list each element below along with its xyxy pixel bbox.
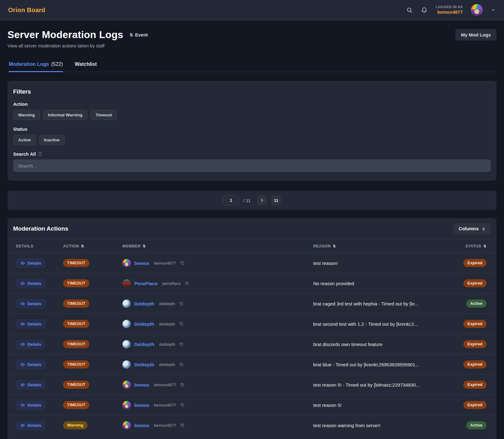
member-name[interactable]: PeneFlaco [134, 281, 158, 286]
action-badge: TIMEOUT [63, 259, 89, 267]
status-badge: Active [466, 300, 487, 308]
copy-icon[interactable] [180, 403, 185, 407]
action-badge: TIMEOUT [63, 300, 89, 308]
reason-text: test reason! [313, 261, 449, 266]
member-avatar [122, 320, 131, 328]
filter-action-timeout[interactable]: Timeout [91, 110, 117, 120]
status-badge: Expired [463, 401, 487, 409]
eye-icon [20, 362, 25, 367]
status-badge: Active [466, 421, 487, 429]
details-button[interactable]: Details [16, 339, 46, 349]
column-header-status[interactable]: STATUS⇅ [465, 244, 487, 248]
member-username: bemox4877 [154, 383, 176, 387]
filter-action-warning[interactable]: Warning [13, 110, 40, 120]
logged-in-as: LOGGED IN AS bemox4877 [436, 5, 463, 15]
search-icon[interactable] [406, 7, 413, 13]
member-username: deldepth [159, 322, 175, 326]
tab-label: Moderation Logs [9, 61, 49, 67]
action-badge: TIMEOUT [63, 381, 89, 389]
filter-action-informal-warning[interactable]: Informal Warning [43, 110, 88, 120]
columns-button[interactable]: Columns [454, 223, 491, 234]
filter-status-inactive[interactable]: Inactive [39, 135, 65, 145]
copy-icon[interactable] [180, 261, 185, 265]
member-name[interactable]: Deldepth [134, 362, 154, 367]
details-button[interactable]: Details [16, 319, 46, 329]
member-username: deldepth [159, 301, 175, 306]
member-name[interactable]: Deldepth [134, 321, 154, 327]
action-filter-label: Action [13, 101, 491, 107]
member-name[interactable]: bemox [134, 423, 149, 428]
member-avatar [122, 421, 131, 430]
table-row: Details TIMEOUT Deldepth deldepth brat c… [7, 293, 497, 314]
filter-status-active[interactable]: Active [13, 135, 36, 145]
page-number-input[interactable] [223, 195, 239, 205]
sort-arrows-icon: ⇅ [130, 32, 133, 37]
details-button[interactable]: Details [16, 258, 46, 268]
copy-icon[interactable] [180, 423, 185, 427]
copy-icon[interactable] [180, 383, 185, 387]
chevron-down-icon[interactable] [491, 7, 496, 12]
column-header-member[interactable]: MEMBER⇅ [122, 244, 313, 248]
copy-icon[interactable] [179, 362, 184, 367]
action-badge: TIMEOUT [63, 360, 89, 368]
user-avatar[interactable] [471, 4, 483, 16]
tab-moderation-logs[interactable]: Moderation Logs (522) [9, 61, 63, 72]
tab-watchlist[interactable]: Watchlist [75, 61, 97, 72]
details-button[interactable]: Details [16, 299, 46, 309]
member-username: deldepth [159, 362, 175, 367]
status-badge: Expired [463, 259, 487, 267]
action-badge: TIMEOUT [63, 279, 89, 287]
next-page-button[interactable] [257, 195, 267, 205]
reason-text: brat discords own timeout feature [313, 342, 449, 347]
table-header-row: DETAILS ACTION⇅ MEMBER⇅ REASON⇅ STATUS⇅ [7, 239, 497, 253]
column-header-action[interactable]: ACTION⇅ [63, 244, 122, 248]
details-button[interactable]: Details [16, 360, 46, 369]
pagination-bar: / 11 11 [7, 191, 497, 210]
table-title: Moderation Actions [13, 225, 68, 232]
member-avatar [122, 279, 131, 288]
details-button[interactable]: Details [16, 421, 46, 430]
copy-icon[interactable] [179, 322, 184, 326]
sort-arrows-icon: ⇅ [81, 244, 84, 248]
member-name[interactable]: bemox [134, 382, 149, 388]
app-logo[interactable]: Orion Board [8, 7, 45, 14]
details-button[interactable]: Details [16, 400, 46, 410]
my-mod-logs-button[interactable]: My Mod Logs [455, 29, 497, 41]
search-all-label: Search All [13, 151, 36, 157]
eye-icon [20, 261, 25, 266]
details-button[interactable]: Details [16, 279, 46, 288]
member-name[interactable]: Deldepth [134, 301, 154, 306]
eye-icon [20, 281, 25, 286]
clipboard-icon [38, 152, 42, 156]
details-button[interactable]: Details [16, 380, 46, 390]
filters-title: Filters [13, 88, 491, 95]
column-header-reason[interactable]: REASON⇅ [313, 244, 449, 248]
action-badge: Warning [63, 421, 87, 429]
status-badge: Expired [463, 340, 487, 348]
copy-icon[interactable] [179, 301, 184, 306]
eye-icon [20, 322, 25, 326]
status-filter-label: Status [13, 126, 491, 132]
table-row: Details TIMEOUT Deldepth deldepth brat s… [7, 314, 497, 334]
member-name[interactable]: bemox [134, 402, 149, 408]
copy-icon[interactable] [185, 281, 189, 285]
status-badge: Expired [463, 279, 487, 287]
page-total-label: / 11 [243, 198, 251, 203]
member-name[interactable]: Deldepth [134, 342, 154, 347]
last-page-button[interactable]: 11 [271, 195, 281, 205]
tab-label: Watchlist [75, 61, 97, 67]
chevron-right-icon [260, 198, 264, 202]
reason-text: test reason 5! [313, 402, 449, 408]
eye-icon [20, 383, 25, 387]
notifications-bell-icon[interactable] [421, 7, 427, 13]
status-badge: Expired [463, 320, 487, 328]
reason-text: brat caged 3rd test with hephia - Timed … [313, 301, 449, 306]
member-username: bemox4877 [154, 403, 176, 407]
eye-icon [20, 301, 25, 306]
action-badge: TIMEOUT [63, 340, 89, 348]
search-input[interactable] [13, 159, 491, 172]
reason-text: brat second test with 1.2 - Timed out by… [313, 321, 449, 327]
event-sort-control[interactable]: ⇅ Event [130, 32, 148, 37]
member-name[interactable]: bemox [134, 261, 149, 266]
copy-icon[interactable] [179, 342, 184, 346]
